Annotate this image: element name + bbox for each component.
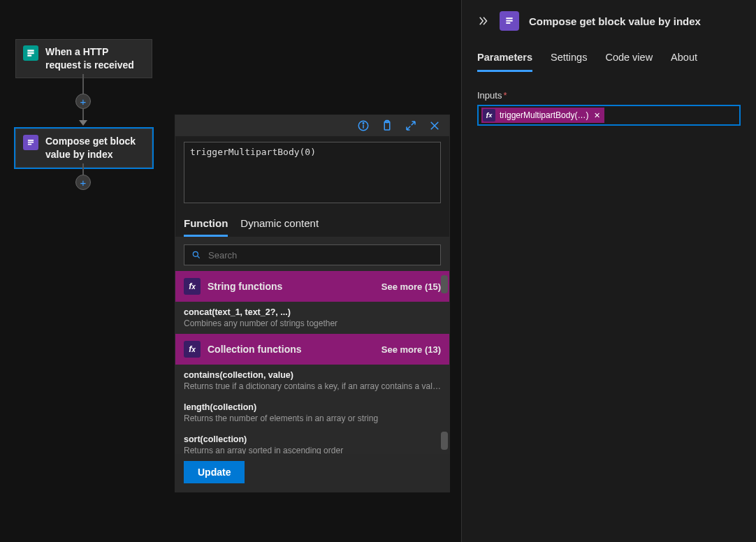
tab-function[interactable]: Function <box>184 210 228 237</box>
scrollbar-thumb-bottom[interactable] <box>441 432 448 450</box>
category-collection-functions[interactable]: fx Collection functions See more (13) <box>175 334 449 365</box>
required-asterisk: * <box>503 90 507 101</box>
compose-card[interactable]: Compose get block value by index <box>15 129 152 168</box>
connector-line <box>82 74 84 95</box>
tab-dynamic-content[interactable]: Dynamic content <box>240 210 319 237</box>
function-description: Returns an array sorted in ascending ord… <box>184 446 441 454</box>
details-panel: Compose get block value by index Paramet… <box>461 0 756 542</box>
update-button[interactable]: Update <box>184 461 245 483</box>
expression-token[interactable]: fx triggerMultipartBody(…) ✕ <box>481 108 604 123</box>
category-title: Collection functions <box>208 344 375 355</box>
compose-icon <box>23 135 38 150</box>
fx-icon: fx <box>184 341 201 358</box>
function-signature: contains(collection, value) <box>184 370 441 380</box>
category-string-functions[interactable]: fx String functions See more (15) <box>175 271 449 302</box>
insert-step-button-top[interactable]: + <box>75 94 91 109</box>
function-signature: sort(collection) <box>184 434 441 444</box>
panel-title: Compose get block value by index <box>529 15 701 27</box>
category-title: String functions <box>208 281 375 292</box>
arrowhead-icon <box>79 120 87 126</box>
search-icon <box>191 250 201 260</box>
expression-textarea[interactable] <box>184 142 441 203</box>
collapse-panel-icon[interactable] <box>477 15 490 27</box>
scrollbar-thumb-top[interactable] <box>441 275 448 293</box>
token-remove-icon[interactable]: ✕ <box>594 111 600 120</box>
panel-header: Compose get block value by index <box>477 0 741 42</box>
function-description: Returns the number of elements in an arr… <box>184 413 441 423</box>
function-item-length[interactable]: length(collection) Returns the number of… <box>175 397 449 429</box>
svg-line-6 <box>198 256 200 258</box>
function-description: Combines any number of strings together <box>184 318 441 328</box>
compose-icon <box>500 11 519 31</box>
tab-settings[interactable]: Settings <box>551 52 587 72</box>
info-icon[interactable] <box>357 119 370 132</box>
panel-tabs: Parameters Settings Code view About <box>477 52 741 72</box>
expression-editor: Function Dynamic content fx String funct… <box>175 115 450 492</box>
function-signature: length(collection) <box>184 402 441 412</box>
clipboard-icon[interactable] <box>381 119 393 132</box>
inputs-label-text: Inputs <box>477 90 502 101</box>
token-text: triggerMultipartBody(…) <box>500 110 588 120</box>
inputs-field[interactable]: fx triggerMultipartBody(…) ✕ <box>477 105 741 126</box>
fx-icon: fx <box>184 278 201 295</box>
search-box[interactable] <box>184 244 441 265</box>
insert-step-button-bottom[interactable]: + <box>75 175 91 190</box>
inputs-label: Inputs* <box>477 90 741 101</box>
svg-point-5 <box>193 251 198 256</box>
see-more-link[interactable]: See more (13) <box>381 344 441 355</box>
tab-code-view[interactable]: Code view <box>605 52 653 72</box>
function-description: Returns true if a dictionary contains a … <box>184 381 441 391</box>
function-item-contains[interactable]: contains(collection, value) Returns true… <box>175 365 449 397</box>
see-more-link[interactable]: See more (15) <box>381 281 441 292</box>
tab-about[interactable]: About <box>671 52 697 72</box>
trigger-title: When a HTTP request is received <box>45 45 145 72</box>
connector-line <box>82 163 84 175</box>
close-icon[interactable] <box>428 119 441 132</box>
expand-icon[interactable] <box>405 119 417 132</box>
function-item-sort[interactable]: sort(collection) Returns an array sorted… <box>175 429 449 454</box>
function-item-concat[interactable]: concat(text_1, text_2?, ...) Combines an… <box>175 302 449 334</box>
function-list: fx String functions See more (15) concat… <box>175 271 449 454</box>
search-input[interactable] <box>208 250 433 261</box>
expression-tabs: Function Dynamic content <box>175 210 449 237</box>
tab-parameters[interactable]: Parameters <box>477 52 532 72</box>
popup-toolbar <box>175 115 449 136</box>
connector-line <box>82 109 84 120</box>
update-bar: Update <box>175 454 449 492</box>
svg-point-2 <box>363 123 364 124</box>
fx-icon: fx <box>483 109 495 122</box>
http-trigger-icon <box>23 45 38 61</box>
trigger-card[interactable]: When a HTTP request is received <box>15 39 152 78</box>
compose-title: Compose get block value by index <box>45 135 145 161</box>
function-signature: concat(text_1, text_2?, ...) <box>184 307 441 317</box>
search-wrap <box>175 237 449 271</box>
